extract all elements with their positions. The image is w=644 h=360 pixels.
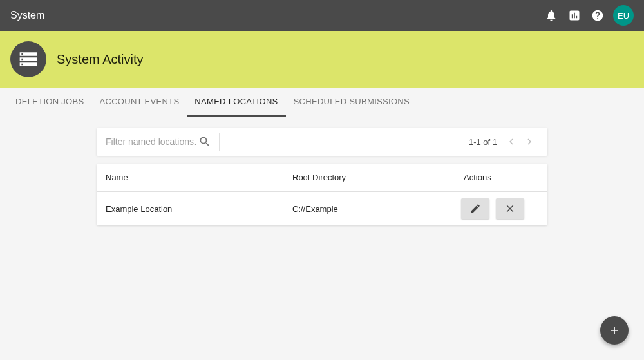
table-row: Example Location C://Example <box>97 192 547 225</box>
tab-account-events[interactable]: ACCOUNT EVENTS <box>91 88 187 117</box>
next-page-button[interactable] <box>520 133 538 151</box>
tabs: DELETION JOBS ACCOUNT EVENTS NAMED LOCAT… <box>0 88 644 117</box>
locations-table: Name Root Directory Actions Example Loca… <box>97 164 547 225</box>
row-root: C://Example <box>292 204 461 214</box>
table-header: Name Root Directory Actions <box>97 164 547 192</box>
storage-icon <box>10 41 46 77</box>
header-root: Root Directory <box>292 173 461 182</box>
search-icon[interactable] <box>198 135 211 148</box>
topbar: System EU <box>0 0 644 31</box>
filter-input[interactable] <box>106 137 196 147</box>
delete-button[interactable] <box>496 198 524 219</box>
user-avatar[interactable]: EU <box>613 5 634 26</box>
header-name: Name <box>106 173 292 182</box>
divider <box>219 133 220 151</box>
tab-scheduled-submissions[interactable]: SCHEDULED SUBMISSIONS <box>286 88 417 117</box>
chevron-right-icon <box>524 136 535 147</box>
pagination: 1-1 of 1 <box>469 133 538 151</box>
close-icon <box>504 203 516 214</box>
notifications-icon[interactable] <box>540 4 563 27</box>
add-button[interactable] <box>600 316 629 345</box>
prev-page-button[interactable] <box>502 133 520 151</box>
filter-bar: 1-1 of 1 <box>97 128 547 156</box>
page-title: System Activity <box>57 52 143 67</box>
tab-deletion-jobs[interactable]: DELETION JOBS <box>8 88 91 117</box>
page-hero: System Activity <box>0 31 644 88</box>
chevron-left-icon <box>506 136 517 147</box>
edit-button[interactable] <box>461 198 489 219</box>
pagination-text: 1-1 of 1 <box>469 137 497 147</box>
tab-named-locations[interactable]: NAMED LOCATIONS <box>187 88 285 117</box>
pencil-icon <box>469 203 481 214</box>
plus-icon <box>608 324 621 337</box>
help-icon[interactable] <box>586 4 609 27</box>
app-title: System <box>10 10 44 21</box>
row-name: Example Location <box>106 204 292 214</box>
stats-icon[interactable] <box>563 4 586 27</box>
header-actions: Actions <box>461 173 538 182</box>
